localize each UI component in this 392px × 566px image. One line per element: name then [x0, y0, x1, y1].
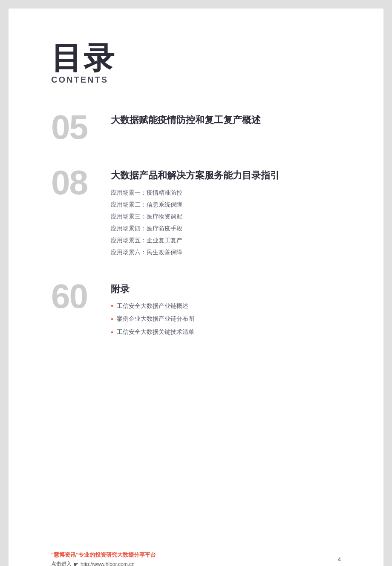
hand-icon: ☛ — [73, 561, 79, 566]
footer-link: 点击进入 ☛ http://www.hibor.com.cn — [51, 560, 156, 566]
list-item: 应用场景二：信息系统保障 — [111, 198, 341, 210]
list-item: 工信安全大数据关键技术清单 — [111, 325, 341, 339]
toc-entry-08: 08 大数据产品和解决方案服务能力目录指引 应用场景一：疫情精准防控 应用场景二… — [51, 166, 341, 258]
toc-number-08: 08 — [51, 166, 107, 200]
toc-text-60: 附录 工信安全大数据产业链概述 案例企业大数据产业链分布图 工信安全大数据关键技… — [107, 279, 341, 339]
toc-entry-05: 05 大数据赋能疫情防控和复工复产概述 — [51, 110, 341, 144]
toc-main-title-05: 大数据赋能疫情防控和复工复产概述 — [111, 114, 341, 127]
page-content: 目录 CONTENTS 05 大数据赋能疫情防控和复工复产概述 08 大数据产品… — [9, 9, 383, 544]
toc-main-title-08: 大数据产品和解决方案服务能力目录指引 — [111, 169, 341, 182]
footer-brand-desc: 专业的投资研究大数据分享平台 — [78, 552, 156, 558]
footer-left: "慧博资讯"专业的投资研究大数据分享平台 点击进入 ☛ http://www.h… — [51, 551, 156, 566]
list-item: 工信安全大数据产业链概述 — [111, 299, 341, 313]
list-item: 应用场景三：医疗物资调配 — [111, 210, 341, 222]
footer-link-url[interactable]: http://www.hibor.com.cn — [81, 561, 135, 566]
toc-text-08: 大数据产品和解决方案服务能力目录指引 应用场景一：疫情精准防控 应用场景二：信息… — [107, 166, 341, 258]
toc-main-title-60: 附录 — [111, 283, 341, 296]
list-item: 应用场景一：疫情精准防控 — [111, 187, 341, 198]
title-chinese: 目录 — [51, 43, 341, 73]
page: 目录 CONTENTS 05 大数据赋能疫情防控和复工复产概述 08 大数据产品… — [9, 9, 383, 566]
list-item: 应用场景六：民生改善保障 — [111, 246, 341, 258]
footer-page-number: 4 — [338, 556, 341, 563]
toc-sub-items-08: 应用场景一：疫情精准防控 应用场景二：信息系统保障 应用场景三：医疗物资调配 应… — [111, 187, 341, 258]
toc-text-05: 大数据赋能疫情防控和复工复产概述 — [107, 110, 341, 131]
toc-entry-60: 60 附录 工信安全大数据产业链概述 案例企业大数据产业链分布图 工信安全大数据… — [51, 279, 341, 339]
toc-section: 05 大数据赋能疫情防控和复工复产概述 08 大数据产品和解决方案服务能力目录指… — [51, 110, 341, 339]
list-item: 应用场景四：医疗防疫手段 — [111, 222, 341, 234]
toc-number-60: 60 — [51, 279, 107, 313]
list-item: 应用场景五：企业复工复产 — [111, 234, 341, 246]
footer-link-prefix: 点击进入 — [51, 560, 72, 566]
footer-brand: "慧博资讯"专业的投资研究大数据分享平台 — [51, 551, 156, 559]
appendix-sub-items: 工信安全大数据产业链概述 案例企业大数据产业链分布图 工信安全大数据关键技术清单 — [111, 299, 341, 339]
list-item: 案例企业大数据产业链分布图 — [111, 312, 341, 325]
title-section: 目录 CONTENTS — [51, 43, 341, 85]
footer-brand-name: "慧博资讯" — [51, 552, 78, 558]
toc-number-05: 05 — [51, 110, 107, 144]
title-english: CONTENTS — [51, 75, 341, 85]
page-footer: "慧博资讯"专业的投资研究大数据分享平台 点击进入 ☛ http://www.h… — [9, 544, 383, 566]
